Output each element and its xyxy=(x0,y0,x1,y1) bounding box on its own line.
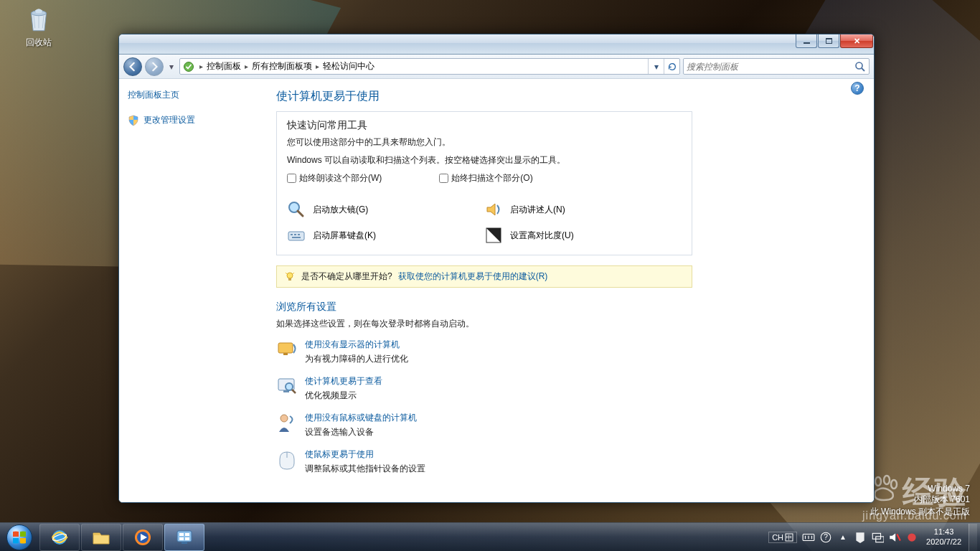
tray-clock[interactable]: 11:43 2020/7/22 xyxy=(926,527,961,547)
mouse-icon xyxy=(276,448,298,470)
hint-link[interactable]: 获取使您的计算机更易于使用的建议(R) xyxy=(398,270,548,283)
svg-line-18 xyxy=(293,273,294,274)
svg-line-24 xyxy=(292,390,296,393)
option-easier-to-see: 使计算机更易于查看 优化视频显示 xyxy=(276,375,867,402)
monitor-speak-icon xyxy=(276,339,298,360)
svg-text:?: ? xyxy=(824,533,828,541)
svg-rect-16 xyxy=(288,278,291,281)
start-osk[interactable]: 启动屏幕键盘(K) xyxy=(287,226,484,245)
breadcrumb[interactable]: ▸ 控制面板 ▸ 所有控制面板项 ▸ 轻松访问中心 ▾ xyxy=(179,58,680,75)
control-panel-window: ✕ ▾ ▸ 控制面板 ▸ 所有控制面板项 ▸ 轻松访问中心 ▾ xyxy=(118,34,875,503)
close-button[interactable]: ✕ xyxy=(840,34,873,48)
maximize-button[interactable] xyxy=(818,34,839,48)
recycle-bin-icon xyxy=(24,4,54,34)
tray-help-icon[interactable]: ? xyxy=(819,531,832,544)
always-scan-checkbox[interactable]: 始终扫描这个部分(O) xyxy=(439,172,532,184)
titlebar: ✕ xyxy=(119,34,874,55)
svg-text:中: 中 xyxy=(786,534,792,541)
option-link[interactable]: 使用没有鼠标或键盘的计算机 xyxy=(305,413,417,423)
svg-point-5 xyxy=(856,62,862,69)
search-input[interactable] xyxy=(687,62,854,72)
svg-rect-11 xyxy=(294,234,296,235)
recycle-bin[interactable]: 回收站 xyxy=(17,4,60,49)
svg-rect-9 xyxy=(288,232,304,240)
taskbar-explorer[interactable] xyxy=(81,524,121,551)
nav-forward-button[interactable] xyxy=(145,57,164,76)
set-high-contrast[interactable]: 设置高对比度(U) xyxy=(484,226,682,245)
option-desc: 优化视频显示 xyxy=(305,390,382,402)
nav-back-button[interactable] xyxy=(123,57,142,76)
start-narrator[interactable]: 启动讲述人(N) xyxy=(484,200,682,219)
page-title: 使计算机更易于使用 xyxy=(276,89,867,104)
windows-orb-icon xyxy=(6,524,32,550)
sidebar-admin-label: 更改管理设置 xyxy=(143,114,195,126)
breadcrumb-seg[interactable]: 控制面板 xyxy=(205,60,242,72)
system-tray: CH 中 ? ▲ 11:43 2020/7/22 xyxy=(765,523,980,551)
svg-rect-19 xyxy=(278,343,293,353)
tools-subtitle: 快速访问常用工具 xyxy=(287,119,682,132)
breadcrumb-seg[interactable]: 所有控制面板项 xyxy=(250,60,314,72)
svg-rect-29 xyxy=(93,533,100,535)
tray-unknown-icon[interactable] xyxy=(905,531,918,544)
svg-rect-20 xyxy=(283,353,288,355)
option-desc: 为有视力障碍的人进行优化 xyxy=(305,353,408,365)
main-content: ? 使计算机更易于使用 快速访问常用工具 您可以使用这部分中的工具来帮助您入门。… xyxy=(262,79,874,502)
language-indicator[interactable]: CH 中 xyxy=(768,532,797,543)
hint-banner: 是否不确定从哪里开始? 获取使您的计算机更易于使用的建议(R) xyxy=(276,265,692,288)
option-link[interactable]: 使计算机更易于查看 xyxy=(305,376,382,386)
svg-line-8 xyxy=(298,211,303,216)
option-mouse-easier: 使鼠标更易于使用 调整鼠标或其他指针设备的设置 xyxy=(276,448,867,475)
contrast-icon xyxy=(484,226,503,245)
refresh-button[interactable] xyxy=(664,59,679,74)
option-link[interactable]: 使鼠标更易于使用 xyxy=(305,449,374,459)
show-desktop-button[interactable] xyxy=(969,524,977,551)
svg-point-49 xyxy=(908,533,915,541)
help-icon[interactable]: ? xyxy=(851,82,864,95)
monitor-magnify-icon xyxy=(276,375,298,397)
tray-action-center-icon[interactable] xyxy=(854,531,867,544)
breadcrumb-seg[interactable]: 轻松访问中心 xyxy=(321,60,376,72)
breadcrumb-icon xyxy=(183,61,194,72)
svg-rect-12 xyxy=(298,234,300,235)
address-bar: ▾ ▸ 控制面板 ▸ 所有控制面板项 ▸ 轻松访问中心 ▾ xyxy=(119,55,874,79)
sidebar-home-link[interactable]: 控制面板主页 xyxy=(128,89,253,101)
breadcrumb-dropdown[interactable]: ▾ xyxy=(648,59,664,74)
lightbulb-icon xyxy=(284,271,296,283)
tray-keyboard-icon[interactable] xyxy=(802,531,815,544)
search-icon[interactable] xyxy=(854,61,866,72)
option-no-mouse-keyboard: 使用没有鼠标或键盘的计算机 设置备选输入设备 xyxy=(276,412,867,438)
tray-volume-icon[interactable] xyxy=(888,531,901,544)
browse-subtitle: 如果选择这些设置，则在每次登录时都将自动启动。 xyxy=(276,318,867,330)
minimize-button[interactable] xyxy=(796,34,817,48)
search-box[interactable] xyxy=(683,58,870,75)
start-button[interactable] xyxy=(0,523,39,552)
keyboard-icon xyxy=(287,226,306,245)
taskbar-control-panel[interactable] xyxy=(164,524,204,551)
option-no-display: 使用没有显示器的计算机 为有视力障碍的人进行优化 xyxy=(276,339,867,365)
svg-line-17 xyxy=(286,273,287,274)
option-link[interactable]: 使用没有显示器的计算机 xyxy=(305,339,400,349)
tools-desc2: Windows 可以自动读取和扫描这个列表。按空格键选择突出显示的工具。 xyxy=(287,154,682,166)
svg-rect-13 xyxy=(292,237,301,238)
start-magnifier[interactable]: 启动放大镜(G) xyxy=(287,200,484,219)
svg-rect-36 xyxy=(179,537,184,540)
shield-icon xyxy=(128,115,139,126)
option-desc: 设置备选输入设备 xyxy=(305,426,417,438)
recycle-bin-label: 回收站 xyxy=(17,37,60,49)
sidebar: 控制面板主页 更改管理设置 xyxy=(119,79,262,502)
hint-text: 是否不确定从哪里开始? xyxy=(301,270,392,283)
always-read-checkbox[interactable]: 始终朗读这个部分(W) xyxy=(287,172,382,184)
taskbar-media-player[interactable] xyxy=(123,524,163,551)
svg-rect-33 xyxy=(182,542,187,544)
nav-history-dropdown[interactable]: ▾ xyxy=(166,60,176,74)
tools-desc1: 您可以使用这部分中的工具来帮助您入门。 xyxy=(287,136,682,149)
person-speak-icon xyxy=(276,412,298,433)
tray-show-hidden[interactable]: ▲ xyxy=(837,531,849,544)
sidebar-admin-settings[interactable]: 更改管理设置 xyxy=(128,114,253,126)
svg-line-48 xyxy=(897,534,900,540)
svg-point-23 xyxy=(286,383,293,390)
narrator-icon xyxy=(484,200,503,219)
taskbar-ie[interactable] xyxy=(39,524,80,551)
tray-network-icon[interactable] xyxy=(871,531,884,544)
magnifier-icon xyxy=(287,200,306,219)
